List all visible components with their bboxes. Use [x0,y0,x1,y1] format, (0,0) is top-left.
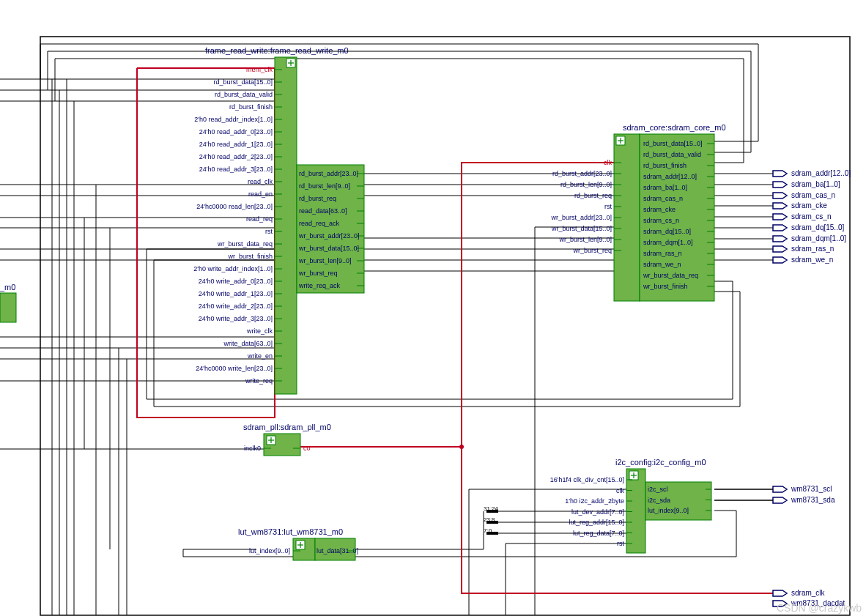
svg-text:rd_burst_addr[23..0]: rd_burst_addr[23..0] [552,170,612,177]
svg-text:rd_burst_finish: rd_burst_finish [643,162,686,169]
svg-text:sdram_addr[12..0]: sdram_addr[12..0] [791,169,851,177]
svg-marker-245 [773,486,787,492]
svg-text:_m0: _m0 [0,283,15,292]
svg-text:write_data[63..0]: write_data[63..0] [223,340,273,347]
svg-text:rst: rst [604,203,612,210]
svg-text:24'h0 write_addr_1[23..0]: 24'h0 write_addr_1[23..0] [199,290,273,297]
svg-text:rst: rst [617,540,624,547]
svg-text:24'h0 read_addr_2[23..0]: 24'h0 read_addr_2[23..0] [199,153,273,160]
block-sdram-pll[interactable]: sdram_pll:sdram_pll_m0 inclk0 c0 [243,423,331,456]
svg-text:rd_burst_req: rd_burst_req [574,192,612,199]
svg-text:24'h0 read_addr_0[23..0]: 24'h0 read_addr_0[23..0] [199,128,273,136]
svg-marker-227 [773,171,787,177]
svg-text:2'h0 read_addr_index[1..0]: 2'h0 read_addr_index[1..0] [194,116,273,123]
svg-text:frame_read_write:frame_read_wr: frame_read_write:frame_read_write_m0 [205,46,349,55]
svg-text:rd_burst_len[9..0]: rd_burst_len[9..0] [299,182,350,190]
svg-text:wr_burst_finish: wr_burst_finish [643,283,688,290]
schematic-canvas[interactable]: _m0 frame_read_write:frame_read_write_m0… [0,0,866,616]
svg-text:sdram_cke: sdram_cke [791,201,827,209]
svg-text:24'hc0000 read_len[23..0]: 24'hc0000 read_len[23..0] [196,203,273,210]
svg-text:sdram_cs_n: sdram_cs_n [643,217,679,224]
svg-text:read_clk: read_clk [248,178,273,185]
svg-text:24'h0 read_addr_1[23..0]: 24'h0 read_addr_1[23..0] [199,141,273,148]
svg-text:wr_burst_data[15..0]: wr_burst_data[15..0] [298,245,359,252]
svg-rect-55 [0,293,16,322]
svg-text:sdram_pll:sdram_pll_m0: sdram_pll:sdram_pll_m0 [243,423,331,431]
svg-marker-248 [773,497,787,503]
svg-text:lut_reg_addr[15..0]: lut_reg_addr[15..0] [569,519,624,526]
svg-text:wr_burst_req: wr_burst_req [572,247,612,254]
svg-text:sdram_cas_n: sdram_cas_n [643,195,683,202]
svg-text:rd_burst_req: rd_burst_req [299,195,336,202]
svg-text:sdram_cs_n: sdram_cs_n [791,212,831,220]
svg-text:rd_burst_addr[23..0]: rd_burst_addr[23..0] [299,170,358,177]
svg-text:sdram_we_n: sdram_we_n [791,256,833,264]
output-pins: sdram_addr[12..0]sdram_ba[1..0]sdram_cas… [714,169,851,607]
svg-text:24'h0 read_addr_3[23..0]: 24'h0 read_addr_3[23..0] [199,166,273,173]
svg-text:rd_burst_data[15..0]: rd_burst_data[15..0] [213,78,273,86]
svg-text:16'h1f4 clk_div_cnt[15..0]: 16'h1f4 clk_div_cnt[15..0] [550,476,624,483]
diagram-border [40,37,850,615]
svg-text:sdram_dq[15..0]: sdram_dq[15..0] [791,223,844,231]
block-i2c-config[interactable]: i2c_config:i2c_config_m0 16'h1f4 clk_div… [550,458,711,553]
svg-text:rst: rst [265,228,273,235]
bus-tap-label: 7:0 [484,527,492,534]
svg-marker-243 [773,257,787,263]
watermark: CSDN @crazykwb [777,602,862,614]
svg-text:2'h0 write_addr_index[1..0]: 2'h0 write_addr_index[1..0] [193,265,273,272]
sdram-input-ports: clkrd_burst_addr[23..0]rd_burst_len[9..0… [550,159,621,254]
svg-marker-237 [773,225,787,231]
svg-text:write_req_ack: write_req_ack [298,282,341,289]
svg-text:sdram_dqm[1..0]: sdram_dqm[1..0] [791,234,846,242]
svg-marker-231 [773,193,787,198]
svg-text:24'h0 write_addr_2[23..0]: 24'h0 write_addr_2[23..0] [199,303,273,310]
svg-text:wr_burst_len[9..0]: wr_burst_len[9..0] [298,257,352,264]
svg-text:write_en: write_en [247,352,273,360]
svg-text:sdram_ba[1..0]: sdram_ba[1..0] [791,180,840,188]
svg-text:wm8731_scl: wm8731_scl [791,485,832,493]
svg-point-54 [459,445,464,449]
svg-text:24'h0 write_addr_0[23..0]: 24'h0 write_addr_0[23..0] [199,278,273,285]
svg-text:wr_burst_len[9..0]: wr_burst_len[9..0] [558,236,612,243]
svg-text:sdram_dq[15..0]: sdram_dq[15..0] [643,228,691,235]
block-sdram-core[interactable]: sdram_core:sdram_core_m0 clkrd_burst_add… [550,123,725,301]
svg-text:clk: clk [604,159,612,166]
svg-text:wr_burst_finish: wr_burst_finish [227,253,273,260]
svg-text:sdram_we_n: sdram_we_n [643,261,681,268]
svg-text:clk: clk [616,487,624,494]
svg-text:sdram_ras_n: sdram_ras_n [791,245,834,253]
svg-text:rd_burst_data_valid: rd_burst_data_valid [215,91,273,98]
svg-rect-203 [626,469,645,553]
svg-marker-251 [773,590,787,596]
svg-text:write_req: write_req [245,377,273,385]
svg-text:mem_clk: mem_clk [246,66,273,73]
svg-text:24'hc0000 write_len[23..0]: 24'hc0000 write_len[23..0] [196,365,273,372]
svg-marker-233 [773,203,787,209]
svg-text:wr_burst_addr[23..0]: wr_burst_addr[23..0] [298,232,360,240]
svg-text:sdram_cke: sdram_cke [643,206,676,213]
svg-text:wr_burst_addr[23..0]: wr_burst_addr[23..0] [550,214,612,221]
svg-text:wr_burst_req: wr_burst_req [298,270,338,277]
svg-text:sdram_addr[12..0]: sdram_addr[12..0] [643,173,697,180]
svg-text:wr_burst_data_req: wr_burst_data_req [217,240,273,248]
svg-text:sdram_clk: sdram_clk [791,589,826,597]
svg-text:wr_burst_data[15..0]: wr_burst_data[15..0] [551,225,612,232]
svg-text:rd_burst_len[9..0]: rd_burst_len[9..0] [560,181,612,188]
svg-text:i2c_scl: i2c_scl [648,486,668,493]
svg-marker-229 [773,182,787,188]
svg-text:wr_burst_data_req: wr_burst_data_req [643,272,698,279]
svg-marker-235 [773,214,787,220]
svg-text:i2c_sda: i2c_sda [648,497,670,504]
block-frame-read-write[interactable]: frame_read_write:frame_read_write_m0 mem… [193,46,364,394]
svg-text:sdram_dqm[1..0]: sdram_dqm[1..0] [643,239,693,246]
svg-text:sdram_core:sdram_core_m0: sdram_core:sdram_core_m0 [623,123,726,132]
svg-text:lut_index[9..0]: lut_index[9..0] [648,507,689,514]
svg-text:sdram_ras_n: sdram_ras_n [643,250,682,257]
block-lut-wm8731[interactable]: lut_wm8731:lut_wm8731_m0 lut_index[9..0]… [238,527,358,560]
svg-text:wm8731_sda: wm8731_sda [791,496,835,504]
svg-text:write_clk: write_clk [246,327,273,335]
svg-text:read_req_ack: read_req_ack [299,220,340,227]
svg-text:lut_reg_data[7..0]: lut_reg_data[7..0] [573,530,624,537]
svg-marker-241 [773,246,787,252]
svg-text:sdram_ba[1..0]: sdram_ba[1..0] [643,184,687,191]
